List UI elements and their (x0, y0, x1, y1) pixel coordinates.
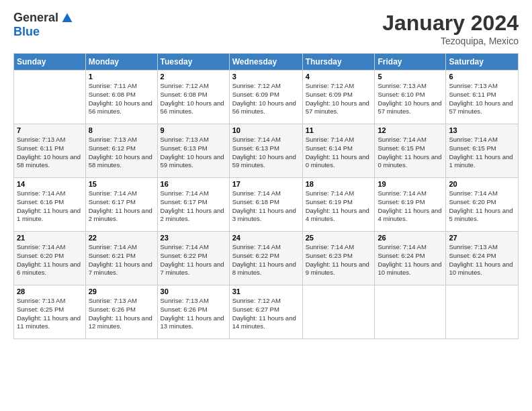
day-info: Sunrise: 7:14 AMSunset: 6:18 PMDaylight:… (232, 189, 300, 224)
day-number: 1 (89, 73, 154, 81)
header: General Blue January 2024 Tezoquipa, Mex… (13, 11, 519, 46)
day-number: 17 (232, 180, 300, 188)
calendar-cell: 1Sunrise: 7:11 AMSunset: 6:08 PMDaylight… (85, 71, 157, 124)
day-info: Sunrise: 7:14 AMSunset: 6:17 PMDaylight:… (89, 189, 154, 224)
day-info: Sunrise: 7:13 AMSunset: 6:10 PMDaylight:… (378, 82, 443, 116)
day-number: 10 (232, 126, 300, 134)
calendar-cell: 6Sunrise: 7:13 AMSunset: 6:11 PMDaylight… (446, 71, 519, 124)
day-number: 13 (449, 126, 515, 134)
day-info: Sunrise: 7:14 AMSunset: 6:23 PMDaylight:… (306, 243, 372, 277)
title-section: January 2024 Tezoquipa, Mexico (382, 11, 519, 46)
day-info: Sunrise: 7:14 AMSunset: 6:16 PMDaylight:… (17, 189, 83, 224)
day-info: Sunrise: 7:13 AMSunset: 6:25 PMDaylight:… (17, 297, 83, 331)
day-info: Sunrise: 7:14 AMSunset: 6:22 PMDaylight:… (161, 243, 226, 277)
day-number: 3 (232, 73, 300, 81)
calendar-table: SundayMondayTuesdayWednesdayThursdayFrid… (13, 53, 519, 339)
calendar-cell: 16Sunrise: 7:14 AMSunset: 6:17 PMDayligh… (157, 178, 229, 232)
day-info: Sunrise: 7:12 AMSunset: 6:27 PMDaylight:… (232, 297, 300, 331)
day-info: Sunrise: 7:13 AMSunset: 6:13 PMDaylight:… (161, 136, 226, 170)
logo-general-text: General (13, 11, 58, 25)
day-info: Sunrise: 7:14 AMSunset: 6:21 PMDaylight:… (89, 243, 154, 277)
day-number: 11 (306, 126, 372, 134)
day-number: 5 (378, 73, 443, 81)
day-info: Sunrise: 7:14 AMSunset: 6:14 PMDaylight:… (306, 136, 372, 170)
calendar-header-saturday: Saturday (446, 54, 519, 71)
calendar-cell: 12Sunrise: 7:14 AMSunset: 6:15 PMDayligh… (375, 124, 446, 178)
logo-icon (61, 12, 73, 24)
calendar-cell: 9Sunrise: 7:13 AMSunset: 6:13 PMDaylight… (157, 124, 229, 178)
calendar-cell: 23Sunrise: 7:14 AMSunset: 6:22 PMDayligh… (157, 232, 229, 285)
day-info: Sunrise: 7:14 AMSunset: 6:22 PMDaylight:… (232, 243, 300, 277)
calendar-cell: 18Sunrise: 7:14 AMSunset: 6:19 PMDayligh… (302, 178, 375, 232)
calendar-cell: 21Sunrise: 7:14 AMSunset: 6:20 PMDayligh… (14, 232, 86, 285)
calendar-cell: 22Sunrise: 7:14 AMSunset: 6:21 PMDayligh… (85, 232, 157, 285)
day-number: 12 (378, 126, 443, 134)
day-number: 7 (17, 126, 83, 134)
calendar-cell: 26Sunrise: 7:14 AMSunset: 6:24 PMDayligh… (375, 232, 446, 285)
day-number: 6 (449, 73, 515, 81)
day-number: 26 (378, 234, 443, 242)
day-number: 14 (17, 180, 83, 188)
calendar-cell: 8Sunrise: 7:13 AMSunset: 6:12 PMDaylight… (85, 124, 157, 178)
day-number: 20 (449, 180, 515, 188)
day-info: Sunrise: 7:14 AMSunset: 6:15 PMDaylight:… (378, 136, 443, 170)
day-info: Sunrise: 7:14 AMSunset: 6:19 PMDaylight:… (306, 189, 372, 224)
day-number: 27 (449, 234, 515, 242)
calendar-cell: 30Sunrise: 7:13 AMSunset: 6:26 PMDayligh… (157, 285, 229, 339)
calendar-cell (302, 285, 375, 339)
day-info: Sunrise: 7:14 AMSunset: 6:24 PMDaylight:… (378, 243, 443, 277)
calendar-header-thursday: Thursday (302, 54, 375, 71)
day-info: Sunrise: 7:14 AMSunset: 6:20 PMDaylight:… (17, 243, 83, 277)
day-info: Sunrise: 7:13 AMSunset: 6:26 PMDaylight:… (161, 297, 226, 331)
day-info: Sunrise: 7:13 AMSunset: 6:26 PMDaylight:… (89, 297, 154, 331)
calendar-cell: 28Sunrise: 7:13 AMSunset: 6:25 PMDayligh… (14, 285, 86, 339)
day-info: Sunrise: 7:12 AMSunset: 6:09 PMDaylight:… (306, 82, 372, 116)
calendar-header-row: SundayMondayTuesdayWednesdayThursdayFrid… (14, 54, 519, 71)
day-number: 28 (17, 287, 83, 295)
day-info: Sunrise: 7:13 AMSunset: 6:11 PMDaylight:… (17, 136, 83, 170)
month-title: January 2024 (382, 11, 519, 36)
day-number: 9 (161, 126, 226, 134)
calendar-cell: 2Sunrise: 7:12 AMSunset: 6:08 PMDaylight… (157, 71, 229, 124)
day-number: 30 (161, 287, 226, 295)
calendar-cell: 5Sunrise: 7:13 AMSunset: 6:10 PMDaylight… (375, 71, 446, 124)
calendar-cell: 7Sunrise: 7:13 AMSunset: 6:11 PMDaylight… (14, 124, 86, 178)
calendar-header-tuesday: Tuesday (157, 54, 229, 71)
day-number: 24 (232, 234, 300, 242)
calendar-header-friday: Friday (375, 54, 446, 71)
calendar-cell (14, 71, 86, 124)
day-info: Sunrise: 7:11 AMSunset: 6:08 PMDaylight:… (89, 82, 154, 116)
page: General Blue January 2024 Tezoquipa, Mex… (0, 0, 532, 411)
calendar-cell: 13Sunrise: 7:14 AMSunset: 6:15 PMDayligh… (446, 124, 519, 178)
calendar-cell: 31Sunrise: 7:12 AMSunset: 6:27 PMDayligh… (229, 285, 302, 339)
calendar-header-monday: Monday (85, 54, 157, 71)
day-number: 29 (89, 287, 154, 295)
calendar-week-row: 14Sunrise: 7:14 AMSunset: 6:16 PMDayligh… (14, 178, 519, 232)
day-number: 21 (17, 234, 83, 242)
day-number: 4 (306, 73, 372, 81)
calendar-week-row: 7Sunrise: 7:13 AMSunset: 6:11 PMDaylight… (14, 124, 519, 178)
day-info: Sunrise: 7:14 AMSunset: 6:13 PMDaylight:… (232, 136, 300, 170)
location: Tezoquipa, Mexico (382, 36, 519, 46)
calendar-cell: 29Sunrise: 7:13 AMSunset: 6:26 PMDayligh… (85, 285, 157, 339)
calendar-week-row: 1Sunrise: 7:11 AMSunset: 6:08 PMDaylight… (14, 71, 519, 124)
calendar-cell: 14Sunrise: 7:14 AMSunset: 6:16 PMDayligh… (14, 178, 86, 232)
calendar-cell: 27Sunrise: 7:13 AMSunset: 6:24 PMDayligh… (446, 232, 519, 285)
day-number: 22 (89, 234, 154, 242)
calendar-header-sunday: Sunday (14, 54, 86, 71)
day-info: Sunrise: 7:14 AMSunset: 6:17 PMDaylight:… (161, 189, 226, 224)
day-number: 19 (378, 180, 443, 188)
calendar-cell: 10Sunrise: 7:14 AMSunset: 6:13 PMDayligh… (229, 124, 302, 178)
calendar-cell: 11Sunrise: 7:14 AMSunset: 6:14 PMDayligh… (302, 124, 375, 178)
calendar-cell: 15Sunrise: 7:14 AMSunset: 6:17 PMDayligh… (85, 178, 157, 232)
svg-marker-0 (62, 13, 73, 22)
day-info: Sunrise: 7:14 AMSunset: 6:19 PMDaylight:… (378, 189, 443, 224)
calendar-cell (446, 285, 519, 339)
day-info: Sunrise: 7:14 AMSunset: 6:15 PMDaylight:… (449, 136, 515, 170)
calendar-cell: 17Sunrise: 7:14 AMSunset: 6:18 PMDayligh… (229, 178, 302, 232)
day-number: 2 (161, 73, 226, 81)
day-number: 8 (89, 126, 154, 134)
calendar-week-row: 28Sunrise: 7:13 AMSunset: 6:25 PMDayligh… (14, 285, 519, 339)
logo: General Blue (13, 11, 73, 39)
calendar-cell (375, 285, 446, 339)
